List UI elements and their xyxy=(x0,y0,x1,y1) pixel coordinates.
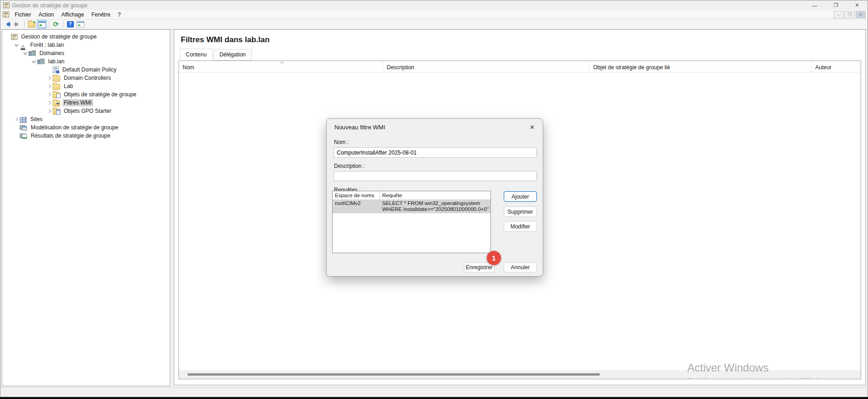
tree-item-forest[interactable]: Forêt : lab.lan xyxy=(2,41,170,49)
show-console-tree-button[interactable] xyxy=(37,20,47,29)
edit-button[interactable]: Modifier xyxy=(504,221,537,232)
column-header-description[interactable]: Description xyxy=(383,61,590,72)
chevron-right-icon[interactable] xyxy=(46,101,53,104)
queries-table-header: Espace de noms Requête xyxy=(333,191,490,200)
tree-item-results[interactable]: Résultats de stratégie de groupe xyxy=(2,132,170,140)
dialog-title-bar: Nouveau filtre WMI ✕ xyxy=(327,119,543,135)
query-column-header: Requête xyxy=(380,193,490,198)
tree-item-wmi-filters[interactable]: Filtres WMI xyxy=(2,99,170,107)
add-button[interactable]: Ajouter xyxy=(504,191,537,202)
properties-window-button[interactable] xyxy=(75,20,85,29)
chevron-down-icon[interactable] xyxy=(13,44,20,46)
step-badge: 1 xyxy=(487,251,501,265)
tree-item-lab[interactable]: Lab xyxy=(2,82,170,90)
minimize-button[interactable]: — xyxy=(804,0,825,10)
forward-arrow-icon xyxy=(14,22,21,27)
back-button[interactable] xyxy=(2,20,12,29)
mdi-restore-button[interactable]: ❐ xyxy=(845,11,855,18)
chevron-right-icon[interactable] xyxy=(46,110,53,112)
restore-button[interactable]: ❐ xyxy=(825,0,846,10)
sites-icon xyxy=(20,117,27,123)
remove-button[interactable]: Supprimer xyxy=(504,206,537,217)
mdi-minimize-button[interactable]: — xyxy=(834,11,844,18)
tree-item-starter-gpo[interactable]: Objets GPO Starter xyxy=(2,107,170,115)
modeling-icon xyxy=(20,125,27,131)
window-icon xyxy=(77,21,84,28)
tree-item-domain-controllers[interactable]: Domain Controllers xyxy=(2,74,170,82)
list-header: Nom Description Objet de stratégie de gr… xyxy=(179,61,861,72)
query-text: SELECT * FROM win32_operatingsystem WHER… xyxy=(380,200,490,213)
tree-item-modeling[interactable]: Modélisation de stratégie de groupe xyxy=(2,123,170,132)
toolbar-separator xyxy=(63,21,63,28)
forward-button[interactable] xyxy=(12,20,22,29)
tree-item-domaines[interactable]: Domaines xyxy=(2,49,170,57)
dialog-close-icon[interactable]: ✕ xyxy=(528,123,536,131)
menu-action[interactable]: Action xyxy=(35,11,57,19)
back-arrow-icon xyxy=(4,22,11,27)
menu-help[interactable]: ? xyxy=(114,11,125,19)
column-header-nom[interactable]: Nom xyxy=(179,61,383,72)
menu-fichier[interactable]: Fichier xyxy=(11,11,35,19)
domain-icon xyxy=(37,58,45,65)
chevron-right-icon[interactable] xyxy=(46,77,53,79)
folder-gpo-icon xyxy=(53,92,60,98)
column-header-gpo-lie[interactable]: Objet de stratégie de groupe lié xyxy=(590,61,812,72)
namespace-column-header: Espace de noms xyxy=(333,191,380,200)
chevron-down-icon[interactable] xyxy=(22,52,28,54)
status-bar xyxy=(0,387,868,397)
refresh-button[interactable]: ⟳ xyxy=(51,20,61,29)
console-tree-panel: Gestion de stratégie de groupe Forêt : l… xyxy=(2,29,170,386)
up-folder-icon xyxy=(28,22,35,28)
chevron-right-icon[interactable] xyxy=(46,85,53,88)
chevron-down-icon[interactable] xyxy=(30,61,37,62)
app-icon xyxy=(3,2,10,8)
description-label: Description : xyxy=(334,163,536,169)
folder-icon xyxy=(53,76,60,82)
console-tree-icon xyxy=(38,21,46,28)
watermark-line1: Activer Windows xyxy=(687,361,833,374)
menu-bar: Fichier Action Affichage Fenêtre ? — ❐ ✕ xyxy=(0,10,868,19)
sort-ascending-icon xyxy=(281,61,284,64)
console-icon xyxy=(3,11,9,17)
menu-fenetre[interactable]: Fenêtre xyxy=(88,11,114,19)
tab-contenu[interactable]: Contenu xyxy=(180,49,212,61)
group-policy-management-window: Gestion de stratégie de groupe — ❐ ✕ Fic… xyxy=(0,0,868,397)
toolbar: ⟳ ? xyxy=(0,19,868,29)
tab-delegation[interactable]: Délégation xyxy=(213,49,251,61)
queries-table: Espace de noms Requête root\CIMv2 SELECT… xyxy=(332,191,491,253)
help-button[interactable]: ? xyxy=(65,20,75,29)
cancel-button[interactable]: Annuler xyxy=(504,262,537,272)
title-bar: Gestion de stratégie de groupe — ❐ ✕ xyxy=(0,0,868,10)
folder-filter-icon xyxy=(53,100,60,106)
folder-starter-icon xyxy=(53,109,60,115)
name-field[interactable] xyxy=(334,147,537,158)
page-title: Filtres WMI dans lab.lan xyxy=(181,35,865,44)
menu-affichage[interactable]: Affichage xyxy=(57,11,88,19)
tree-item-default-domain-policy[interactable]: Default Domain Policy xyxy=(2,66,170,74)
name-label: Nom : xyxy=(334,139,536,145)
up-one-level-button[interactable] xyxy=(27,20,37,29)
description-field[interactable] xyxy=(334,171,537,181)
refresh-icon: ⟳ xyxy=(53,21,59,28)
gpo-icon xyxy=(53,66,59,73)
new-wmi-filter-dialog: Nouveau filtre WMI ✕ Nom : Description :… xyxy=(326,118,543,277)
chevron-right-icon[interactable] xyxy=(46,93,53,96)
column-header-auteur[interactable]: Auteur xyxy=(812,61,861,72)
tree-item-sites[interactable]: Sites xyxy=(2,115,170,123)
mdi-close-button[interactable]: ✕ xyxy=(856,11,866,18)
tree-item-gpo-objects[interactable]: Objets de stratégie de groupe xyxy=(2,90,170,99)
console-icon xyxy=(11,34,17,40)
query-row[interactable]: root\CIMv2 SELECT * FROM win32_operating… xyxy=(333,200,490,213)
close-button[interactable]: ✕ xyxy=(846,0,868,10)
activation-watermark: Activer Windows Accédez aux paramètres p… xyxy=(687,361,833,379)
tree-item-root[interactable]: Gestion de stratégie de groupe xyxy=(2,33,170,41)
domains-icon xyxy=(28,50,36,56)
chevron-right-icon[interactable] xyxy=(13,118,20,121)
toolbar-separator xyxy=(49,21,49,28)
query-namespace: root\CIMv2 xyxy=(333,200,380,213)
toolbar-separator xyxy=(24,21,25,28)
watermark-line2: Accédez aux paramètres pour activer Wind… xyxy=(687,376,833,379)
dialog-title: Nouveau filtre WMI xyxy=(334,124,385,131)
scrollbar-thumb[interactable] xyxy=(188,373,600,376)
tree-item-lablan[interactable]: lab.lan xyxy=(2,57,170,66)
